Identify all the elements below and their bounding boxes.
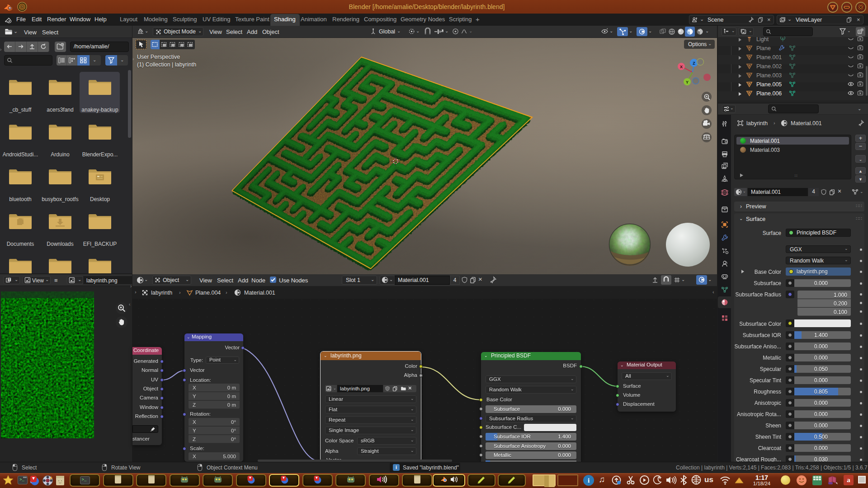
svg-text:anakey-backup: anakey-backup	[81, 107, 118, 113]
svg-text:EFI_BACKUP: EFI_BACKUP	[83, 241, 117, 247]
svg-text:Desktop: Desktop	[90, 196, 110, 202]
svg-text:X: X	[680, 65, 683, 69]
svg-text:busybox_rootfs: busybox_rootfs	[42, 196, 78, 202]
svg-text:T: T	[9, 278, 11, 281]
svg-text:Arduino: Arduino	[51, 151, 70, 158]
svg-text:bluetooth: bluetooth	[9, 196, 31, 202]
svg-text:Y: Y	[686, 80, 689, 84]
svg-text:AndroidStudi...: AndroidStudi...	[3, 151, 38, 158]
svg-text:BlenderExpo...: BlenderExpo...	[82, 151, 118, 158]
svg-text:acers3fand: acers3fand	[47, 107, 73, 113]
svg-text:Documents: Documents	[7, 241, 34, 247]
svg-text:_cb_stuff: _cb_stuff	[9, 107, 32, 113]
svg-text:Z: Z	[693, 61, 695, 66]
svg-text:Downloads: Downloads	[47, 241, 73, 247]
